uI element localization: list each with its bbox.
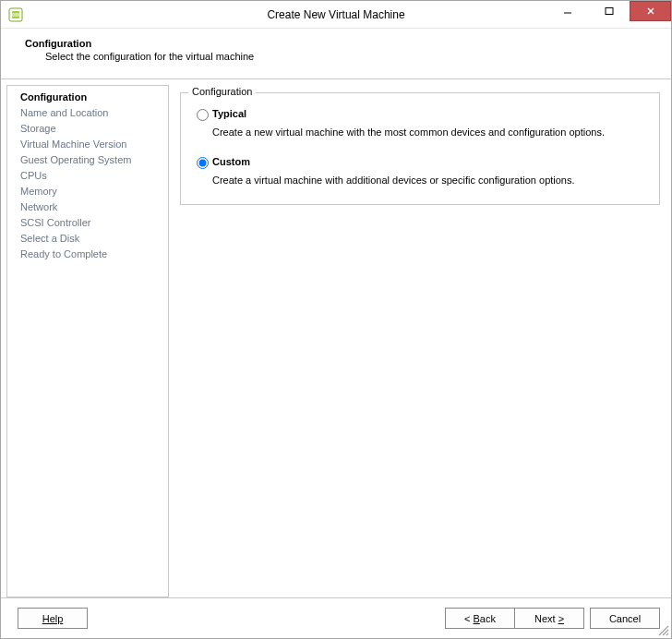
sidebar-item-ready-complete[interactable]: Ready to Complete [7, 247, 168, 262]
radio-typical[interactable] [197, 109, 209, 121]
next-underline: > [558, 613, 564, 624]
radio-col [192, 156, 212, 169]
sidebar-item-guest-os[interactable]: Guest Operating System [7, 152, 168, 168]
sidebar-item-memory[interactable]: Memory [7, 184, 168, 199]
resize-grip-icon[interactable] [656, 623, 669, 636]
next-prefix: Next [534, 613, 556, 624]
titlebar: Create New Virtual Machine [1, 1, 671, 29]
wizard-footer: Help < Back Next > Cancel [1, 597, 671, 638]
configuration-groupbox: Configuration Typical Create a new virtu… [180, 92, 660, 205]
radio-custom[interactable] [197, 157, 209, 169]
option-custom-desc: Create a virtual machine with additional… [212, 175, 648, 186]
sidebar-item-storage[interactable]: Storage [7, 121, 168, 137]
sidebar-item-select-disk[interactable]: Select a Disk [7, 231, 168, 247]
sidebar-item-scsi-controller[interactable]: SCSI Controller [7, 215, 168, 231]
cancel-button[interactable]: Cancel [590, 608, 660, 629]
maximize-button[interactable] [588, 1, 630, 21]
window-controls [546, 1, 671, 21]
groupbox-title: Configuration [188, 86, 256, 97]
option-typical-desc: Create a new virtual machine with the mo… [212, 127, 648, 138]
wizard-steps-sidebar: Configuration Name and Location Storage … [6, 85, 169, 597]
option-custom-row: Custom [192, 156, 648, 169]
wizard-window: Create New Virtual Machine Configuration… [0, 0, 672, 639]
sidebar-item-vm-version[interactable]: Virtual Machine Version [7, 137, 168, 152]
radio-col [192, 108, 212, 121]
header-subtitle: Select the configuration for the virtual… [45, 51, 658, 62]
minimize-button[interactable] [546, 1, 588, 21]
svg-rect-2 [606, 8, 613, 15]
back-next-pair: < Back Next > [445, 608, 584, 629]
close-button[interactable] [630, 1, 671, 21]
sidebar-item-configuration[interactable]: Configuration [7, 90, 168, 105]
wizard-body: Configuration Name and Location Storage … [1, 79, 671, 597]
option-custom-label[interactable]: Custom [212, 156, 250, 167]
sidebar-item-name-location[interactable]: Name and Location [7, 105, 168, 121]
sidebar-item-cpus[interactable]: CPUs [7, 168, 168, 184]
header-title: Configuration [25, 38, 658, 49]
back-button[interactable]: < Back [445, 608, 515, 629]
window-title: Create New Virtual Machine [267, 8, 404, 21]
back-caret: < [464, 613, 470, 624]
option-typical-label[interactable]: Typical [212, 108, 246, 119]
wizard-main: Configuration Typical Create a new virtu… [169, 85, 666, 597]
help-button[interactable]: Help [18, 608, 88, 629]
footer-right: < Back Next > Cancel [445, 608, 660, 629]
sidebar-item-network[interactable]: Network [7, 199, 168, 215]
svg-rect-1 [12, 11, 19, 18]
next-button[interactable]: Next > [514, 608, 584, 629]
back-suffix: ack [480, 613, 496, 624]
wizard-header: Configuration Select the configuration f… [1, 29, 671, 79]
app-icon [8, 7, 23, 22]
option-typical-row: Typical [192, 108, 648, 121]
back-underline: B [474, 613, 480, 624]
